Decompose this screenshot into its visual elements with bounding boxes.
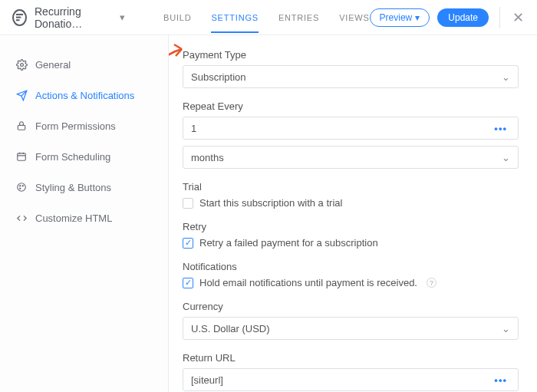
input-value: [siteurl] (191, 374, 491, 386)
checkbox-label: Hold email notifications until payment i… (199, 277, 417, 288)
input-value: 1 (191, 123, 491, 134)
svg-point-3 (20, 63, 23, 66)
close-icon[interactable]: ✕ (511, 9, 525, 26)
svg-rect-4 (18, 125, 25, 130)
sidebar-item-label: Styling & Buttons (35, 182, 111, 193)
chevron-down-icon: ⌄ (502, 323, 510, 334)
select-value: Subscription (191, 71, 246, 83)
svg-rect-1 (16, 17, 21, 18)
lock-icon (15, 120, 28, 132)
label-currency: Currency (183, 301, 519, 312)
tab-views[interactable]: VIEWS (339, 2, 369, 33)
calendar-icon (15, 150, 28, 163)
select-value: U.S. Dollar (USD) (191, 323, 270, 334)
code-icon (15, 212, 28, 224)
chevron-down-icon: ⌄ (502, 71, 510, 83)
tab-build[interactable]: BUILD (163, 2, 191, 33)
caret-down-icon: ▾ (415, 12, 420, 23)
settings-panel: Payment Type Subscription ⌄ Repeat Every… (169, 35, 537, 392)
sidebar-item-general[interactable]: General (0, 49, 168, 80)
checkbox-label: Start this subscription with a trial (199, 197, 342, 209)
select-value: months (191, 152, 224, 163)
select-payment-type[interactable]: Subscription ⌄ (183, 65, 519, 88)
app-logo-icon (12, 9, 27, 26)
sidebar-item-label: Form Permissions (35, 120, 116, 132)
main-tabs: BUILD SETTINGS ENTRIES VIEWS (163, 2, 370, 33)
field-trial: Trial Start this subscription with a tri… (183, 181, 519, 209)
chevron-down-icon: ⌄ (502, 152, 510, 163)
field-payment-type: Payment Type Subscription ⌄ (183, 49, 519, 88)
label-notifications: Notifications (183, 261, 519, 272)
input-repeat-value[interactable]: 1 ••• (183, 117, 519, 140)
caret-down-icon: ▾ (120, 12, 125, 23)
svg-rect-2 (16, 19, 20, 21)
field-notifications: Notifications Hold email notifications u… (183, 261, 519, 288)
preview-label: Preview (380, 12, 413, 23)
gear-icon (15, 58, 28, 71)
field-currency: Currency U.S. Dollar (USD) ⌄ (183, 301, 519, 340)
form-title: Recurring Donatio… (35, 5, 114, 30)
tab-settings[interactable]: SETTINGS (211, 2, 258, 33)
sidebar-item-label: General (35, 59, 71, 71)
sidebar-item-styling-buttons[interactable]: Styling & Buttons (0, 172, 168, 203)
more-options-icon[interactable]: ••• (491, 374, 510, 386)
input-return-url[interactable]: [siteurl] ••• (183, 368, 519, 391)
checkbox-trial[interactable] (183, 198, 193, 209)
select-repeat-unit[interactable]: months ⌄ (183, 146, 519, 169)
tab-entries[interactable]: ENTRIES (278, 2, 319, 33)
label-trial: Trial (183, 181, 519, 193)
svg-point-7 (20, 186, 21, 186)
sidebar-item-actions-notifications[interactable]: Actions & Notifications (0, 80, 168, 110)
sidebar-item-label: Actions & Notifications (35, 90, 134, 101)
svg-point-8 (22, 186, 23, 186)
sidebar-item-form-permissions[interactable]: Form Permissions (0, 110, 168, 141)
select-currency[interactable]: U.S. Dollar (USD) ⌄ (183, 317, 519, 340)
svg-point-6 (18, 183, 26, 192)
sidebar-item-label: Customize HTML (35, 212, 112, 224)
svg-point-9 (20, 188, 21, 189)
update-button[interactable]: Update (437, 8, 489, 27)
settings-sidebar: General Actions & Notifications Form Per… (0, 35, 169, 392)
palette-icon (15, 181, 28, 193)
label-retry: Retry (183, 221, 519, 232)
checkbox-label: Retry a failed payment for a subscriptio… (199, 237, 378, 249)
label-repeat-every: Repeat Every (183, 100, 519, 112)
label-payment-type: Payment Type (183, 49, 519, 61)
form-title-dropdown[interactable]: Recurring Donatio… ▾ (35, 5, 125, 30)
divider (499, 7, 500, 28)
svg-rect-0 (16, 14, 23, 15)
checkbox-retry[interactable] (183, 238, 193, 249)
label-return-url: Return URL (183, 352, 519, 364)
top-bar: Recurring Donatio… ▾ BUILD SETTINGS ENTR… (0, 0, 537, 35)
help-icon[interactable]: ? (427, 278, 437, 288)
checkbox-notifications[interactable] (183, 278, 193, 288)
preview-button[interactable]: Preview ▾ (370, 8, 430, 27)
sidebar-item-customize-html[interactable]: Customize HTML (0, 203, 168, 233)
field-return-url: Return URL [siteurl] ••• (183, 352, 519, 391)
field-repeat-every: Repeat Every 1 ••• months ⌄ (183, 100, 519, 169)
sidebar-item-form-scheduling[interactable]: Form Scheduling (0, 141, 168, 172)
field-retry: Retry Retry a failed payment for a subsc… (183, 221, 519, 249)
svg-rect-5 (18, 153, 26, 160)
send-icon (15, 89, 28, 101)
sidebar-item-label: Form Scheduling (35, 151, 110, 163)
more-options-icon[interactable]: ••• (491, 123, 510, 134)
header-actions: Preview ▾ Update ✕ (370, 7, 525, 28)
